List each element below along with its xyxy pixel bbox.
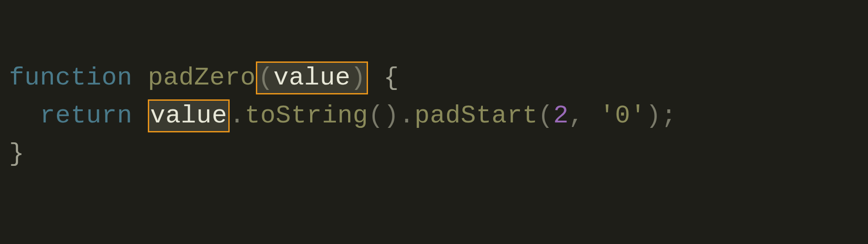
whitespace <box>584 101 599 130</box>
parameter-name: value <box>274 63 351 92</box>
semicolon: ; <box>661 101 677 130</box>
whitespace <box>132 101 148 130</box>
brace-open: { <box>384 63 399 92</box>
indent <box>9 101 40 130</box>
paren-open: ( <box>258 63 274 92</box>
method-padstart: padStart <box>415 101 538 130</box>
function-name: padZero <box>148 63 256 92</box>
method-tostring: toString <box>245 101 368 130</box>
string-literal: '0' <box>599 101 646 130</box>
paren-close: ) <box>350 63 366 92</box>
dot: . <box>399 101 415 130</box>
parameter-highlight[interactable]: (value) <box>256 61 368 94</box>
code-line-3[interactable]: } <box>9 135 859 173</box>
identifier-highlight[interactable]: value <box>148 99 230 132</box>
paren-close: ) <box>646 101 661 130</box>
brace-close: } <box>9 139 24 168</box>
comma: , <box>569 101 584 130</box>
code-line-1[interactable]: function padZero(value) { <box>9 59 859 97</box>
code-editor[interactable]: function padZero(value) { return value.t… <box>9 59 859 173</box>
dot: . <box>230 101 245 130</box>
number-literal: 2 <box>553 101 569 130</box>
keyword-return: return <box>40 101 132 130</box>
parens: () <box>368 101 399 130</box>
code-line-2[interactable]: return value.toString().padStart(2, '0')… <box>9 97 859 135</box>
whitespace <box>132 63 148 92</box>
whitespace <box>368 63 383 92</box>
paren-open: ( <box>538 101 553 130</box>
keyword-function: function <box>9 63 132 92</box>
